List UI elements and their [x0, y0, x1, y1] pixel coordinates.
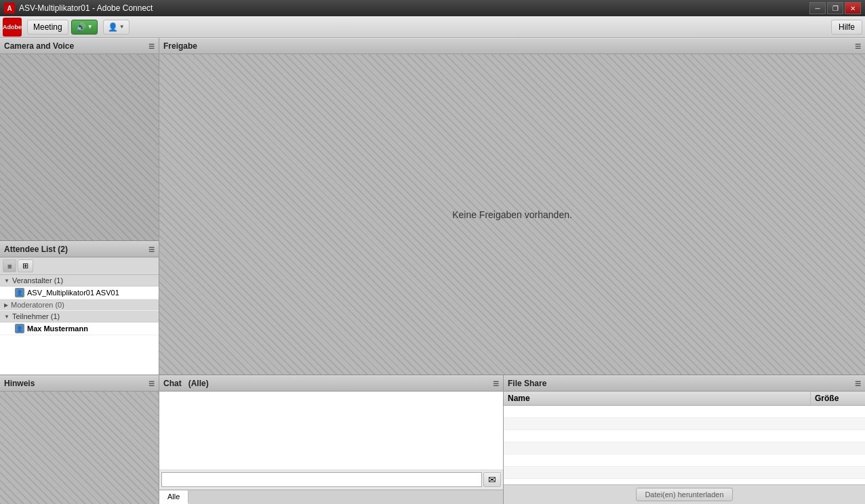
attendee-panel: Attendee List (2) ☰ ≡ ⊞ ▼ Veranstalter (…	[0, 241, 159, 375]
fileshare-table-header: Name Größe	[504, 392, 865, 406]
chat-tab-alle[interactable]: Alle	[159, 490, 188, 504]
fileshare-title: File Share	[508, 379, 546, 388]
titlebar-title: ASV-Multiplikator01 - Adobe Connect	[19, 3, 809, 13]
camera-voice-panel: Camera and Voice ☰	[0, 38, 159, 241]
chat-input[interactable]	[161, 472, 482, 487]
restore-button[interactable]: ❐	[827, 2, 843, 14]
fileshare-menu-icon[interactable]: ☰	[855, 380, 861, 387]
adobe-logo-label: Adobe	[3, 24, 22, 30]
freigabe-header: Freigabe ☰	[159, 38, 865, 54]
attendee-avatar: 👤	[15, 288, 24, 297]
list-item: 👤 Max Mustermann	[0, 322, 159, 335]
veranstalter-group: ▼ Veranstalter (1)	[0, 275, 159, 287]
fileshare-panel: File Share ☰ Name Größe Datei(en) herunt	[504, 375, 865, 504]
menubar: Adobe Meeting 🔊 ▼ 👤 ▼ Hilfe	[0, 16, 865, 38]
hinweis-title: Hinweis	[4, 379, 35, 388]
attendee-menu-icon[interactable]: ☰	[148, 246, 155, 253]
attendee-title: Attendee List (2)	[4, 245, 68, 254]
download-button[interactable]: Datei(en) herunterladen	[636, 488, 732, 501]
camera-voice-title: Camera and Voice	[4, 41, 74, 51]
table-row	[504, 442, 865, 455]
fileshare-col-name: Name	[504, 392, 811, 405]
hilfe-label: Hilfe	[839, 22, 855, 32]
chat-title: Chat (Alle)	[163, 379, 209, 388]
chat-tabs: Alle	[159, 490, 503, 504]
chat-menu-icon[interactable]: ☰	[493, 380, 499, 387]
chat-header: Chat (Alle) ☰	[159, 375, 503, 392]
attendee-name: Max Mustermann	[27, 324, 88, 333]
hinweis-header: Hinweis ☰	[0, 375, 159, 392]
chat-panel: Chat (Alle) ☰ ✉ Alle	[159, 375, 504, 504]
minimize-button[interactable]: ─	[809, 2, 826, 14]
speaker-icon: 🔊	[76, 22, 86, 32]
freigabe-content: Keine Freigaben vorhanden.	[159, 54, 865, 375]
table-row	[504, 418, 865, 430]
chat-input-area: ✉	[159, 470, 503, 490]
camera-video-area	[0, 54, 159, 240]
list-view-button[interactable]: ≡	[3, 259, 16, 272]
attendee-list: ▼ Veranstalter (1) 👤 ASV_Multiplikator01…	[0, 275, 159, 375]
hinweis-content	[0, 392, 159, 504]
teilnehmer-group: ▼ Teilnehmer (1)	[0, 311, 159, 322]
main-layout: Camera and Voice ☰ Attendee List (2) ☰ ≡…	[0, 38, 865, 504]
freigabe-empty-message: Keine Freigaben vorhanden.	[452, 209, 572, 220]
titlebar: A ASV-Multiplikator01 - Adobe Connect ─ …	[0, 0, 865, 16]
grid-view-button[interactable]: ⊞	[18, 259, 33, 272]
meeting-menu[interactable]: Meeting	[27, 20, 68, 35]
moderatoren-triangle: ▶	[4, 302, 8, 308]
send-icon: ✉	[488, 474, 496, 485]
attendee-toolbar: ≡ ⊞	[0, 257, 159, 275]
bottom-row: Chat (Alle) ☰ ✉ Alle	[159, 375, 865, 504]
adobe-logo: Adobe	[3, 18, 22, 37]
camera-voice-header: Camera and Voice ☰	[0, 38, 159, 54]
attendee-avatar: 👤	[15, 324, 24, 333]
fileshare-rows	[504, 406, 865, 484]
fileshare-col-size: Größe	[811, 392, 865, 405]
window-controls: ─ ❐ ✕	[809, 2, 861, 14]
teilnehmer-triangle: ▼	[4, 314, 9, 320]
freigabe-menu-icon[interactable]: ☰	[855, 43, 861, 50]
right-area: Freigabe ☰ Keine Freigaben vorhanden. Ch…	[159, 38, 865, 504]
hinweis-menu-icon[interactable]: ☰	[148, 380, 155, 387]
app-icon: A	[4, 3, 15, 14]
attendee-name: ASV_Multiplikator01 ASV01	[27, 289, 119, 297]
person-button[interactable]: 👤 ▼	[103, 20, 129, 35]
audio-button[interactable]: 🔊 ▼	[71, 20, 98, 35]
meeting-label: Meeting	[33, 22, 62, 32]
teilnehmer-label: Teilnehmer (1)	[12, 312, 60, 320]
freigabe-title: Freigabe	[163, 41, 197, 51]
person-dropdown-arrow: ▼	[119, 24, 125, 30]
adobe-logo-text: A	[7, 5, 12, 12]
freigabe-panel: Freigabe ☰ Keine Freigaben vorhanden.	[159, 38, 865, 375]
veranstalter-triangle: ▼	[4, 278, 9, 284]
camera-voice-menu-icon[interactable]: ☰	[148, 43, 155, 50]
veranstalter-label: Veranstalter (1)	[12, 276, 63, 285]
left-panel: Camera and Voice ☰ Attendee List (2) ☰ ≡…	[0, 38, 159, 504]
attendee-header: Attendee List (2) ☰	[0, 241, 159, 257]
chat-send-button[interactable]: ✉	[483, 472, 501, 487]
moderatoren-label: Moderatoren (0)	[11, 301, 64, 309]
audio-dropdown-arrow: ▼	[87, 24, 93, 30]
hinweis-panel: Hinweis ☰	[0, 375, 159, 504]
table-row	[504, 406, 865, 418]
hilfe-button[interactable]: Hilfe	[831, 20, 862, 35]
fileshare-header: File Share ☰	[504, 375, 865, 392]
close-button[interactable]: ✕	[845, 2, 861, 14]
table-row	[504, 467, 865, 479]
moderatoren-group: ▶ Moderatoren (0)	[0, 299, 159, 311]
table-row	[504, 430, 865, 442]
chat-content	[159, 392, 503, 470]
list-item: 👤 ASV_Multiplikator01 ASV01	[0, 287, 159, 299]
person-icon: 👤	[108, 22, 118, 32]
fileshare-footer: Datei(en) herunterladen	[504, 484, 865, 504]
table-row	[504, 455, 865, 467]
